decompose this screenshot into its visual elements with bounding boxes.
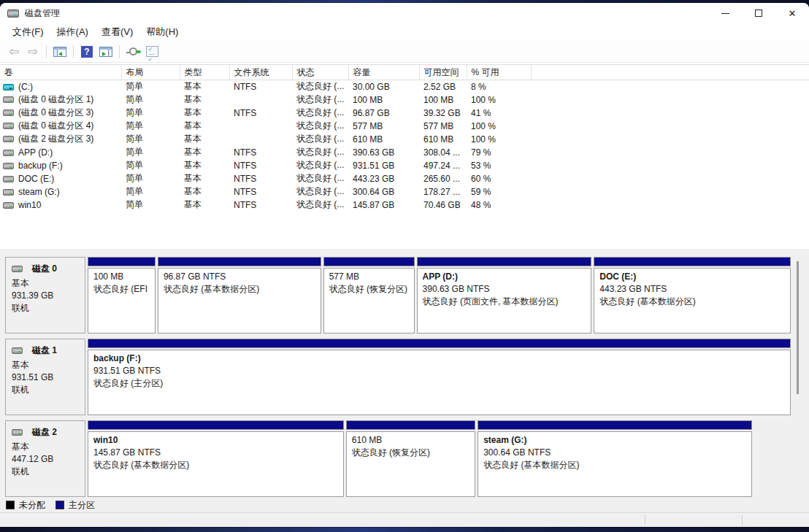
disk-icon: [12, 266, 23, 272]
disk-label-1[interactable]: 磁盘 1基本931.51 GB联机: [5, 339, 85, 415]
cell-capacity: 931.51 GB: [348, 159, 419, 172]
menu-item-3[interactable]: 帮助(H): [139, 23, 185, 41]
cell-layout: 简单: [121, 107, 180, 120]
disk-type: 基本: [12, 277, 80, 290]
title-bar: 磁盘管理 ✕: [0, 3, 809, 23]
partition-size: 300.64 GB NTFS: [483, 447, 748, 459]
cell-fs: NTFS: [229, 198, 292, 212]
checklist-icon: ✓✓: [146, 46, 158, 57]
forward-button[interactable]: ⇨: [23, 43, 42, 61]
cell-filler: [531, 93, 809, 107]
disk-state: 联机: [12, 466, 80, 478]
cell-status: 状态良好 (...: [292, 120, 348, 133]
minimize-button[interactable]: [708, 3, 742, 23]
disk-label-0[interactable]: 磁盘 0基本931.39 GB联机: [5, 257, 85, 334]
cell-pct: 59 %: [467, 185, 531, 198]
column-header-3[interactable]: 文件系统: [229, 65, 292, 80]
maximize-button[interactable]: [742, 3, 775, 23]
partition-color-bar: [88, 339, 791, 348]
table-row[interactable]: steam (G:)简单基本NTFS状态良好 (...300.64 GB178.…: [0, 185, 809, 198]
table-row[interactable]: DOC (E:)简单基本NTFS状态良好 (...443.23 GB265.60…: [0, 172, 809, 185]
cell-type: 基本: [180, 93, 229, 107]
drive-icon: [3, 136, 14, 142]
partition[interactable]: 96.87 GB NTFS状态良好 (基本数据分区): [158, 257, 321, 334]
cell-layout: 简单: [121, 198, 180, 212]
partition[interactable]: APP (D:)390.63 GB NTFS状态良好 (页面文件, 基本数据分区…: [417, 257, 592, 334]
window-title: 磁盘管理: [25, 7, 60, 20]
disk-size: 931.39 GB: [12, 290, 80, 302]
cell-free: 70.46 GB: [419, 198, 467, 212]
partition-color-bar: [158, 257, 321, 266]
cell-type: 基本: [180, 185, 229, 198]
partition[interactable]: backup (F:)931.51 GB NTFS状态良好 (主分区): [88, 339, 791, 415]
cell-fs: [229, 93, 292, 107]
partition-size: 145.87 GB NTFS: [93, 447, 340, 459]
volume-name: steam (G:): [18, 187, 60, 197]
disk-state: 联机: [12, 302, 80, 315]
column-header-5[interactable]: 容量: [348, 65, 419, 80]
legend: 未分配主分区: [6, 498, 101, 512]
disk-block-0: 磁盘 0基本931.39 GB联机100 MB状态良好 (EFI96.87 GB…: [0, 257, 809, 334]
cell-type: 基本: [180, 172, 229, 185]
legend-label: 未分配: [19, 499, 45, 512]
cell-capacity: 443.23 GB: [348, 172, 419, 185]
menu-item-0[interactable]: 文件(F): [6, 23, 50, 41]
disk-strip-1: backup (F:)931.51 GB NTFS状态良好 (主分区): [88, 339, 791, 415]
cell-capacity: 610 MB: [348, 133, 419, 146]
drive-icon: [3, 123, 14, 129]
cell-layout: 简单: [121, 80, 180, 93]
cell-filler: [531, 172, 809, 185]
column-header-2[interactable]: 类型: [180, 65, 229, 80]
cell-free: 265.60 ...: [419, 172, 467, 185]
task-list-button[interactable]: ✓✓: [142, 43, 161, 61]
column-header-4[interactable]: 状态: [292, 65, 348, 80]
menu-item-2[interactable]: 查看(V): [95, 23, 139, 41]
console-tree-button[interactable]: [50, 43, 69, 61]
table-row[interactable]: APP (D:)简单基本NTFS状态良好 (...390.63 GB308.04…: [0, 146, 809, 159]
column-header-6[interactable]: 可用空间: [419, 65, 467, 80]
legend-swatch: [6, 501, 15, 509]
cell-pct: 100 %: [467, 120, 531, 133]
partition[interactable]: 100 MB状态良好 (EFI: [88, 257, 156, 334]
close-icon: ✕: [789, 8, 797, 19]
toolbar-separator: [73, 45, 74, 58]
partition[interactable]: 577 MB状态良好 (恢复分区): [323, 257, 415, 334]
partition[interactable]: steam (G:)300.64 GB NTFS状态良好 (基本数据分区): [478, 420, 752, 497]
cell-free: 2.52 GB: [419, 80, 467, 93]
vertical-scrollbar[interactable]: [797, 261, 799, 394]
close-button[interactable]: ✕: [775, 3, 809, 23]
menu-item-1[interactable]: 操作(A): [50, 23, 95, 41]
back-button[interactable]: ⇦: [4, 43, 23, 61]
pane-splitter[interactable]: [0, 249, 809, 254]
cell-status: 状态良好 (...: [292, 133, 348, 146]
table-row[interactable]: (磁盘 2 磁盘分区 3)简单基本状态良好 (...610 MB610 MB10…: [0, 133, 809, 146]
partition[interactable]: 610 MB状态良好 (恢复分区): [346, 420, 475, 497]
volume-table: 卷布局类型文件系统状态容量可用空间% 可用 (C:)简单基本NTFS状态良好 (…: [0, 64, 809, 212]
column-header-7[interactable]: % 可用: [467, 65, 531, 80]
table-row[interactable]: (磁盘 0 磁盘分区 3)简单基本NTFS状态良好 (...96.87 GB39…: [0, 107, 809, 120]
help-button[interactable]: ?: [77, 43, 96, 61]
cell-status: 状态良好 (...: [292, 146, 348, 159]
drive-icon: [3, 109, 14, 116]
cell-pct: 100 %: [467, 133, 531, 146]
column-header-0[interactable]: 卷: [0, 65, 121, 80]
disk-name: 磁盘 1: [32, 344, 57, 357]
column-header-1[interactable]: 布局: [121, 65, 180, 80]
cell-filler: [531, 185, 809, 198]
volume-table-body: (C:)简单基本NTFS状态良好 (...30.00 GB2.52 GB8 %(…: [0, 80, 809, 212]
cell-layout: 简单: [121, 146, 180, 159]
disk-label-2[interactable]: 磁盘 2基本447.12 GB联机: [5, 420, 85, 497]
table-row[interactable]: (磁盘 0 磁盘分区 1)简单基本状态良好 (...100 MB100 MB10…: [0, 93, 809, 107]
partition[interactable]: DOC (E:)443.23 GB NTFS状态良好 (基本数据分区): [594, 257, 791, 334]
table-row[interactable]: win10简单基本NTFS状态良好 (...145.87 GB70.46 GB4…: [0, 198, 809, 212]
table-row[interactable]: backup (F:)简单基本NTFS状态良好 (...931.51 GB497…: [0, 159, 809, 172]
table-row[interactable]: (C:)简单基本NTFS状态良好 (...30.00 GB2.52 GB8 %: [0, 80, 809, 93]
cell-fs: NTFS: [229, 159, 292, 172]
partition-name: backup (F:): [93, 352, 787, 365]
table-row[interactable]: (磁盘 0 磁盘分区 4)简单基本状态良好 (...577 MB577 MB10…: [0, 120, 809, 133]
partition-status: 状态良好 (恢复分区): [329, 283, 411, 296]
disk-view-button[interactable]: [123, 43, 142, 61]
cell-layout: 简单: [121, 93, 180, 107]
partition[interactable]: win10145.87 GB NTFS状态良好 (基本数据分区): [88, 420, 344, 497]
action-pane-button[interactable]: [96, 43, 115, 61]
